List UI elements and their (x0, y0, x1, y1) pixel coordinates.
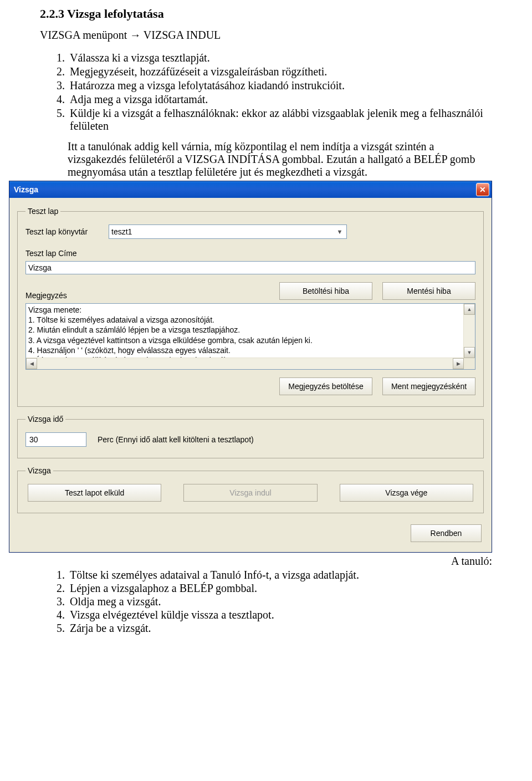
scroll-up-icon[interactable]: ▲ (464, 304, 475, 315)
close-icon: ✕ (479, 185, 486, 194)
breadcrumb-part2: VIZSGA INDUL (144, 29, 221, 41)
note-save-button[interactable]: Ment megjegyzésként (382, 377, 475, 395)
dir-value: teszt1 (111, 227, 132, 236)
dir-combobox[interactable]: teszt1 ▼ (109, 224, 347, 239)
list-item: Lépjen a vizsgalaphoz a BELÉP gombbal. (68, 582, 492, 595)
end-exam-button[interactable]: Vizsga vége (340, 484, 473, 502)
breadcrumb-part1: VIZSGA menüpont (40, 29, 130, 41)
vizsga-group: Vizsga Teszt lapot elküld Vizsga indul V… (17, 466, 484, 513)
arrow-icon: → (130, 29, 141, 41)
save-error-button[interactable]: Mentési hiba (382, 282, 475, 300)
note-label: Megjegyzés (25, 291, 109, 300)
group-legend: Vizsga idő (25, 415, 65, 423)
send-test-button[interactable]: Teszt lapot elküld (28, 484, 161, 502)
time-input[interactable]: 30 (25, 432, 86, 447)
list-item: Töltse ki személyes adataival a Tanuló I… (68, 569, 492, 581)
dialog-title: Vizsga (14, 185, 38, 194)
chevron-down-icon: ▼ (335, 228, 344, 235)
title-label: Teszt lap Címe (25, 249, 475, 258)
scroll-right-icon[interactable]: ▶ (453, 358, 464, 369)
vizsga-ido-group: Vizsga idő 30 Perc (Ennyi idő alatt kell… (17, 415, 484, 458)
list-item: Határozza meg a vizsga lefolytatásához k… (68, 79, 492, 92)
note-text: Vizsga menete: 1. Töltse ki személyes ad… (26, 304, 464, 358)
dir-label: Teszt lap könyvtár (25, 227, 109, 236)
horizontal-scrollbar[interactable]: ◀ ▶ (26, 358, 464, 369)
list-item: Adja meg a vizsga időtartamát. (68, 93, 492, 106)
note-load-button[interactable]: Megjegyzés betöltése (279, 377, 372, 395)
right-note: A tanuló: (40, 555, 492, 568)
indent-paragraph: Itt a tanulónak addig kell várnia, míg k… (68, 140, 492, 178)
list-item: Válassza ki a vizsga tesztlapját. (68, 52, 492, 64)
time-value: 30 (29, 435, 38, 444)
list-item: Megjegyzéseit, hozzáfűzéseit a vizsgaleí… (68, 65, 492, 78)
list-item: Zárja be a vizsgát. (68, 622, 492, 635)
vizsga-dialog: Vizsga ✕ Teszt lap Teszt lap könyvtár te… (9, 181, 492, 553)
title-input[interactable]: Vizsga (25, 261, 475, 274)
scroll-left-icon[interactable]: ◀ (26, 358, 37, 369)
scroll-corner (464, 358, 475, 369)
start-exam-button[interactable]: Vizsga indul (183, 484, 317, 502)
time-hint: Perc (Ennyi idő alatt kell kitölteni a t… (98, 435, 254, 444)
group-legend: Vizsga (25, 466, 53, 475)
instruction-list: Válassza ki a vizsga tesztlapját. Megjeg… (51, 52, 492, 132)
section-heading: 2.2.3 Vizsga lefolytatása (40, 7, 492, 21)
student-steps-list: Töltse ki személyes adataival a Tanuló I… (51, 569, 492, 635)
list-item: Vizsga elvégeztével küldje vissza a tesz… (68, 609, 492, 621)
list-item: Küldje ki a vizsgát a felhasználóknak: e… (68, 107, 492, 132)
vertical-scrollbar[interactable]: ▲ ▼ (463, 304, 475, 358)
load-error-button[interactable]: Betöltési hiba (279, 282, 372, 300)
list-item: Oldja meg a vizsgát. (68, 595, 492, 608)
dialog-titlebar[interactable]: Vizsga ✕ (9, 181, 492, 198)
breadcrumb: VIZSGA menüpont → VIZSGA INDUL (40, 29, 492, 42)
title-value: Vizsga (28, 263, 52, 272)
ok-button[interactable]: Rendben (411, 524, 482, 542)
group-legend: Teszt lap (25, 207, 60, 216)
close-button[interactable]: ✕ (476, 183, 489, 196)
note-textarea[interactable]: Vizsga menete: 1. Töltse ki személyes ad… (25, 303, 475, 370)
teszt-lap-group: Teszt lap Teszt lap könyvtár teszt1 ▼ Te… (17, 207, 484, 407)
scroll-down-icon[interactable]: ▼ (464, 347, 475, 358)
